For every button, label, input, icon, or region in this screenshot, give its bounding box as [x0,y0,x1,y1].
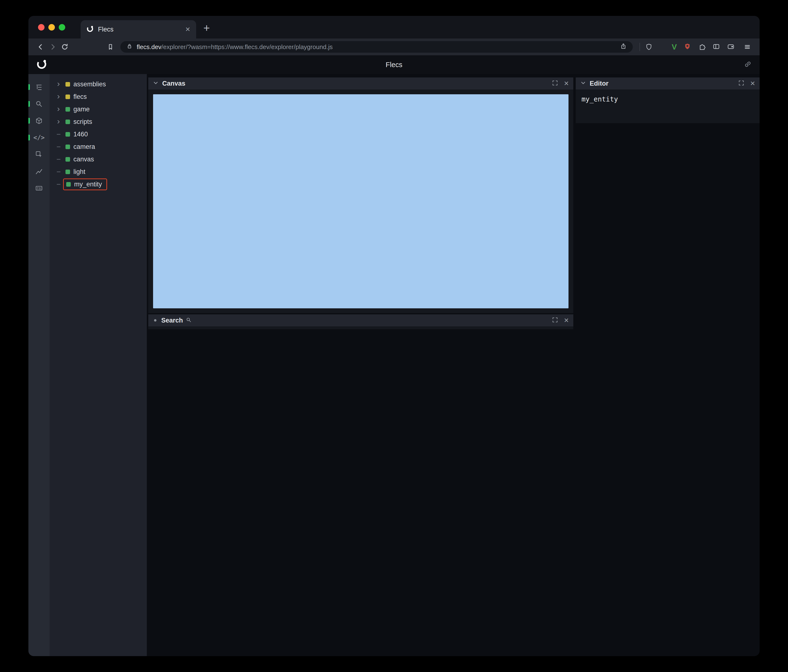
bookmark-icon[interactable] [105,41,116,53]
tree-item-label: canvas [73,155,94,163]
menu-hamburger-icon[interactable] [741,41,753,53]
collapsed-bullet-icon[interactable] [154,319,156,322]
canvas-panel: Canvas ✕ [148,78,573,313]
expand-chevron-icon[interactable] [55,81,62,88]
reload-button[interactable] [59,41,71,53]
tree-item-label: game [73,106,90,113]
share-link-icon[interactable] [744,60,752,69]
entity-dot [65,119,70,124]
tree-item-light[interactable]: light [49,165,147,178]
new-tab-button[interactable]: + [203,19,210,38]
page-title: Flecs [29,61,759,69]
extensions-puzzle-icon[interactable] [698,43,706,51]
inspect-icon[interactable] [29,148,49,161]
canvas-panel-body [148,89,573,313]
tree-branch-dash [55,131,62,138]
editor-panel-header: Editor ✕ [576,78,759,89]
tab-title: Flecs [98,26,114,33]
code-icon[interactable]: </> [29,131,49,144]
tree-item-label: assemblies [73,81,106,88]
tree-item-label: 1460 [73,131,88,138]
browser-tab-flecs[interactable]: Flecs ✕ [81,20,196,38]
extension-icons: V [672,43,735,51]
entity-dot [66,182,71,187]
entity-dot [65,95,70,99]
collapse-chevron-icon[interactable] [153,80,159,87]
search-icon[interactable] [29,97,49,111]
toolbar-divider [640,43,640,51]
entity-dot [65,144,70,149]
canvas-surface[interactable] [153,94,569,308]
editor-panel: Editor ✕ my_entity [576,78,759,123]
zoom-window-button[interactable] [59,24,65,30]
tree-item-1460[interactable]: 1460 [49,128,147,141]
chart-icon[interactable] [29,165,49,178]
tree-item-label: camera [73,143,95,151]
entity-dot [65,170,70,174]
canvas-column: Canvas ✕ Sea [148,78,573,329]
wallet-icon[interactable] [727,43,735,51]
back-button[interactable] [35,41,47,53]
expand-chevron-icon[interactable] [55,106,62,113]
active-indicator [29,118,30,124]
fullscreen-icon[interactable] [552,79,558,87]
tree-item-flecs[interactable]: flecs [49,90,147,103]
search-panel-header: Search ✕ [148,314,573,326]
entity-tree: assemblies flecs game scripts 1460 [49,74,147,656]
url-path: /explorer/?wasm=https://www.flecs.dev/ex… [162,43,333,51]
editor-column: Editor ✕ my_entity [576,78,759,123]
browser-toolbar: flecs.dev /explorer/?wasm=https://www.fl… [29,38,759,55]
browser-window: Flecs ✕ + flecs.dev /explorer/?wasm=http… [29,16,759,656]
panel-area: Canvas ✕ Sea [147,74,759,656]
tree-item-scripts[interactable]: scripts [49,116,147,128]
minimize-window-button[interactable] [48,24,55,30]
tree-item-label: my_entity [74,181,102,188]
entity-dot [65,132,70,136]
tree-item-game[interactable]: game [49,103,147,116]
search-magnifier-icon [186,317,192,324]
app-header: Flecs [29,55,759,74]
close-panel-icon[interactable]: ✕ [564,317,569,324]
tree-branch-dash [55,168,62,175]
expand-chevron-icon[interactable] [55,93,62,100]
hierarchy-icon[interactable] [29,80,49,94]
extension-shield-icon[interactable] [683,43,691,51]
tree-item-label: flecs [73,93,87,101]
close-tab-button[interactable]: ✕ [185,26,191,33]
lock-icon [126,43,133,51]
tree-item-label: scripts [73,118,92,125]
editor-content[interactable]: my_entity [581,95,618,103]
flecs-favicon-icon [86,25,94,33]
highlight-annotation-box: my_entity [63,179,107,190]
search-panel-title: Search [161,317,183,324]
url-bar[interactable]: flecs.dev /explorer/?wasm=https://www.fl… [120,41,633,53]
close-window-button[interactable] [38,24,44,30]
search-panel-body [148,326,573,329]
tree-item-assemblies[interactable]: assemblies [49,78,147,90]
tab-bar: Flecs ✕ + [29,16,759,38]
tree-item-canvas[interactable]: canvas [49,153,147,165]
brave-shields-icon[interactable] [643,41,655,53]
close-panel-icon[interactable]: ✕ [564,80,569,87]
editor-panel-body[interactable]: my_entity [576,89,759,123]
sidebar-toggle-icon[interactable] [712,43,720,51]
fullscreen-icon[interactable] [552,317,558,324]
cube-icon[interactable] [29,114,49,127]
console-icon[interactable] [29,181,49,195]
tree-item-camera[interactable]: camera [49,141,147,153]
collapse-chevron-icon[interactable] [580,80,586,87]
entity-dot [65,157,70,162]
share-icon[interactable] [620,43,627,51]
editor-panel-title: Editor [590,80,608,87]
traffic-lights [38,24,65,30]
expand-chevron-icon[interactable] [55,118,62,125]
tree-branch-dash [55,181,62,188]
tree-item-my-entity[interactable]: my_entity [49,178,147,190]
forward-button[interactable] [47,41,59,53]
tree-branch-dash [55,155,62,163]
extension-v-icon[interactable]: V [672,43,677,51]
fullscreen-icon[interactable] [738,79,745,87]
entity-dot [65,107,70,112]
active-indicator [29,101,30,107]
close-panel-icon[interactable]: ✕ [750,80,755,87]
